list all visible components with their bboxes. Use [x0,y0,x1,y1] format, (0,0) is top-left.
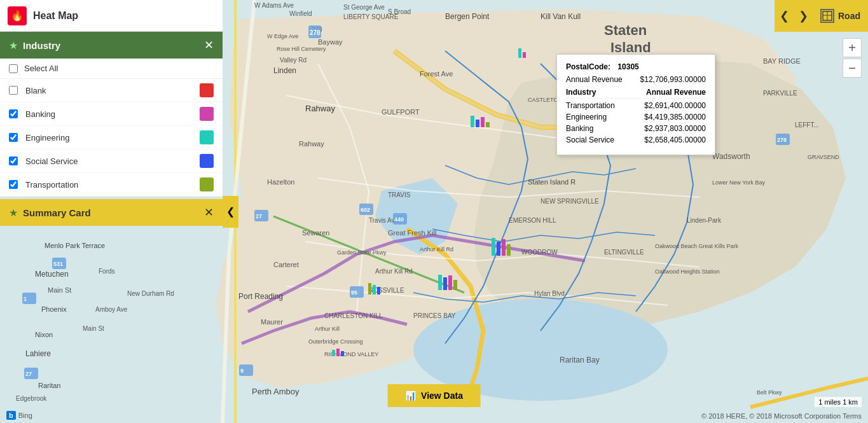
road-button[interactable]: Road [813,0,868,32]
map-container: Rahway Rahway Hazelton GULFPORT Staten I… [0,0,868,423]
svg-text:Oakwood Heights Station: Oakwood Heights Station [655,268,720,275]
svg-rect-106 [453,280,457,290]
popup-industry-header: Industry [566,88,596,97]
industry-item-banking[interactable]: Banking [0,102,223,126]
popup-card: PostalCode: 10305 Annual Revenue $12,706… [556,54,715,155]
summary-star-icon: ★ [9,207,18,219]
map-controls-right: ❮ ❯ Road [775,0,868,32]
svg-text:Lahiere: Lahiere [25,349,51,358]
svg-rect-94 [486,122,490,127]
svg-text:9: 9 [240,368,244,374]
svg-text:Metuchen: Metuchen [35,270,69,279]
postal-label: PostalCode: [566,62,610,71]
svg-text:95: 95 [351,289,357,296]
view-data-label: View Data [421,391,463,401]
svg-text:Staten Island R: Staten Island R [528,178,575,186]
svg-rect-93 [481,117,485,127]
heatmap-header: 🔥 Heat Map [0,0,223,32]
blank-checkbox[interactable] [9,86,18,95]
svg-text:Great Fresh Kill: Great Fresh Kill [388,229,436,237]
svg-text:1: 1 [24,296,27,302]
copyright-label: © 2018 HERE, © 2018 Microsoft Corporatio… [701,412,862,420]
svg-text:New Durham Rd: New Durham Rd [127,290,174,297]
scale-bar: 1 miles 1 km [815,397,862,407]
svg-text:Main St: Main St [48,286,71,294]
svg-text:Nixon: Nixon [35,331,53,338]
svg-text:EMERSON HILL: EMERSON HILL [509,217,556,224]
popup-revenue-social-service: $2,658,405.00000 [644,135,706,144]
svg-text:W Adams Ave: W Adams Ave [254,2,294,9]
map-chevron-right-button[interactable]: ❯ [794,0,813,32]
svg-rect-105 [448,275,452,290]
engineering-checkbox[interactable] [9,133,18,142]
svg-text:W Edge Ave: W Edge Ave [267,33,298,39]
svg-text:Amboy Ave: Amboy Ave [95,306,128,313]
svg-text:Bergen Point: Bergen Point [445,12,490,21]
industry-item-engineering[interactable]: Engineering [0,126,223,149]
heatmap-icon: 🔥 [8,6,27,25]
postal-value: 10305 [617,62,638,71]
svg-text:Winfield: Winfield [289,10,312,17]
svg-rect-107 [368,283,371,295]
svg-text:27: 27 [25,371,32,377]
banking-checkbox[interactable] [9,109,18,118]
transportation-checkbox[interactable] [9,180,18,189]
svg-text:CHARLESTON KILL: CHARLESTON KILL [324,312,383,319]
industry-item-social-service[interactable]: Social Service [0,149,223,173]
svg-text:Garden State Pkwy: Garden State Pkwy [337,249,387,256]
engineering-label: Engineering [25,133,192,142]
svg-rect-100 [497,242,500,256]
svg-text:27: 27 [256,213,262,219]
svg-text:Menlo Park Terrace: Menlo Park Terrace [45,242,105,249]
svg-rect-104 [443,277,447,290]
industry-header: ★ Industry ✕ [0,32,223,59]
svg-text:Valley Rd: Valley Rd [280,57,307,64]
svg-text:440: 440 [394,216,404,223]
svg-text:Rose Hill Cemetery: Rose Hill Cemetery [277,46,326,52]
popup-revenue-header: Annual Revenue [646,88,706,97]
popup-industry-transportation: Transportation [566,101,615,110]
banking-label: Banking [25,109,192,119]
popup-row-social-service: Social Service $2,658,405.00000 [566,135,706,144]
select-all-row[interactable]: Select All [0,59,223,79]
copyright-text: © 2018 HERE, © 2018 Microsoft Corporatio… [701,412,862,420]
view-data-button[interactable]: 📊 View Data [387,384,481,407]
popup-row-transportation: Transportation $2,691,400.00000 [566,101,706,110]
bing-attribution: b Bing [6,411,32,420]
svg-text:Island: Island [610,39,651,55]
map-left-chevron-button[interactable]: ❮ [223,196,238,228]
svg-text:278: 278 [310,29,320,36]
industry-close-button[interactable]: ✕ [204,39,214,51]
view-data-icon: 📊 [405,391,416,401]
scale-text: 1 miles 1 km [818,398,858,406]
social-service-checkbox[interactable] [9,156,18,165]
svg-text:Perth Amboy: Perth Amboy [252,387,300,396]
zoom-out-button[interactable]: − [843,59,862,78]
svg-rect-108 [373,285,376,295]
popup-revenue-banking: $2,937,803.00000 [644,124,706,133]
svg-text:St George Ave: St George Ave [343,4,385,11]
svg-text:Belt Pkwy: Belt Pkwy [757,389,782,396]
svg-text:Arthur Kill Rd: Arthur Kill Rd [420,246,453,253]
svg-rect-96 [523,52,526,58]
svg-text:Maurer: Maurer [261,318,283,326]
bing-label: Bing [18,412,32,419]
svg-text:Raritan: Raritan [38,382,60,389]
popup-industry-engineering: Engineering [566,113,607,121]
svg-text:Wadsworth: Wadsworth [712,152,750,161]
industry-item-transportation[interactable]: Transportation [0,173,223,197]
left-panel: 🔥 Heat Map ★ Industry ✕ Select All Blan [0,0,223,226]
popup-row-banking: Banking $2,937,803.00000 [566,124,706,133]
svg-text:Staten: Staten [604,22,647,38]
blank-label: Blank [25,86,192,95]
annual-revenue-value: $12,706,993.00000 [640,75,706,84]
map-chevron-left-button[interactable]: ❮ [775,0,794,32]
popup-postal: PostalCode: 10305 [566,62,706,71]
zoom-in-button[interactable]: + [843,38,862,57]
summary-close-button[interactable]: ✕ [204,205,214,219]
select-all-checkbox[interactable] [9,64,18,73]
select-all-label: Select All [24,64,214,73]
svg-text:Lower New York Bay: Lower New York Bay [712,179,766,186]
industry-item-blank[interactable]: Blank [0,79,223,102]
svg-text:GRAVSEND: GRAVSEND [808,154,839,160]
